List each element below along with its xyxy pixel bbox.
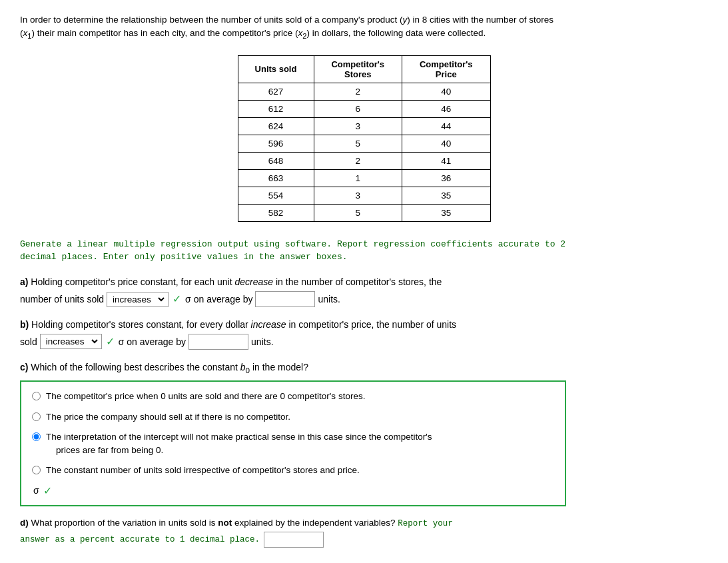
- radio-option-1: The competitor's price when 0 units are …: [32, 390, 554, 403]
- cell-stores: 3: [314, 117, 402, 135]
- cell-price: 35: [402, 204, 491, 221]
- radio-opt1-label[interactable]: The competitor's price when 0 units are …: [46, 390, 365, 403]
- part-c-options-box: The competitor's price when 0 units are …: [20, 380, 566, 506]
- intro-paragraph: In order to determine the relationship b…: [20, 13, 566, 42]
- data-table-container: Units sold Competitor'sStores Competitor…: [20, 55, 708, 222]
- part-c-check-icon: ✓: [43, 484, 52, 497]
- part-b-check-icon: ✓: [106, 333, 115, 350]
- cell-stores: 5: [314, 204, 402, 221]
- part-b-text1: Holding competitor's stores constant, fo…: [31, 319, 456, 330]
- table-row: 648 2 41: [238, 152, 490, 169]
- cell-stores: 2: [314, 152, 402, 169]
- part-d-monospace2: answer as a percent accurate to 1 decima…: [20, 533, 260, 546]
- cell-units: 596: [238, 135, 314, 152]
- part-d-value-input[interactable]: [264, 532, 324, 548]
- part-a-label: a): [20, 277, 31, 287]
- part-a-check-icon: ✓: [173, 290, 181, 308]
- part-a-on-avg: on average by: [194, 292, 253, 306]
- radio-option-4: The constant number of units sold irresp…: [32, 464, 554, 477]
- part-d-text1: What proportion of the variation in unit…: [31, 518, 398, 528]
- cell-units: 663: [238, 169, 314, 187]
- table-row: 582 5 35: [238, 204, 490, 221]
- data-table: Units sold Competitor'sStores Competitor…: [238, 55, 491, 222]
- cell-price: 46: [402, 100, 491, 117]
- cell-price: 36: [402, 169, 491, 187]
- part-b-text2: sold: [20, 334, 37, 349]
- radio-opt3[interactable]: [32, 432, 41, 441]
- part-c-sigma-check-row: σ ✓: [32, 484, 554, 497]
- part-b-dropdown[interactable]: increases decreases: [42, 335, 100, 348]
- cell-units: 648: [238, 152, 314, 169]
- part-a-row: number of units sold increases decreases…: [20, 290, 566, 308]
- col-price-header: Competitor'sPrice: [402, 55, 491, 83]
- radio-opt4[interactable]: [32, 466, 41, 474]
- part-c-label: c): [20, 362, 31, 372]
- cell-stores: 1: [314, 169, 402, 187]
- part-d-monospace1: Report your: [398, 519, 453, 528]
- part-a-value-input[interactable]: [255, 291, 315, 307]
- part-c-question-text: Which of the following best describes th…: [31, 362, 308, 372]
- cell-units: 627: [238, 83, 314, 100]
- part-c: c) Which of the following best describes…: [20, 360, 708, 506]
- cell-units: 624: [238, 117, 314, 135]
- cell-stores: 2: [314, 83, 402, 100]
- part-d: d) What proportion of the variation in u…: [20, 516, 566, 548]
- cell-price: 35: [402, 187, 491, 204]
- cell-price: 44: [402, 117, 491, 135]
- part-b-sigma-icon[interactable]: σ: [119, 334, 125, 349]
- cell-price: 40: [402, 135, 491, 152]
- part-b-dropdown-wrapper: increases decreases: [40, 334, 102, 349]
- part-b-value-input[interactable]: [188, 334, 248, 350]
- table-row: 612 6 46: [238, 100, 490, 117]
- part-a: a) Holding competitor's price constant, …: [20, 275, 566, 308]
- cell-units: 582: [238, 204, 314, 221]
- radio-opt2[interactable]: [32, 412, 41, 421]
- part-a-sigma-icon[interactable]: σ: [185, 292, 191, 306]
- instructions-text: Generate a linear multiple regression ou…: [20, 238, 566, 264]
- radio-opt2-label[interactable]: The price the company should sell at if …: [46, 410, 290, 424]
- part-b-row: sold increases decreases ✓ σ on average …: [20, 333, 566, 350]
- cell-stores: 3: [314, 187, 402, 204]
- radio-option-2: The price the company should sell at if …: [32, 410, 554, 424]
- part-b-label: b): [20, 319, 31, 330]
- radio-opt1[interactable]: [32, 392, 41, 400]
- part-a-dropdown-wrapper: increases decreases: [107, 292, 169, 307]
- table-row: 596 5 40: [238, 135, 490, 152]
- table-row: 624 3 44: [238, 117, 490, 135]
- cell-stores: 6: [314, 100, 402, 117]
- part-b-on-avg: on average by: [127, 334, 186, 349]
- part-d-label: d): [20, 518, 31, 528]
- cell-price: 40: [402, 83, 491, 100]
- part-c-question: c) Which of the following best describes…: [20, 360, 566, 376]
- cell-units: 554: [238, 187, 314, 204]
- col-stores-header: Competitor'sStores: [314, 55, 402, 83]
- part-b: b) Holding competitor's stores constant,…: [20, 317, 566, 350]
- table-row: 627 2 40: [238, 83, 490, 100]
- col-units-header: Units sold: [238, 55, 314, 83]
- cell-units: 612: [238, 100, 314, 117]
- part-a-units: units.: [318, 292, 340, 306]
- cell-stores: 5: [314, 135, 402, 152]
- radio-option-3: The interpretation of the intercept will…: [32, 430, 554, 458]
- radio-opt4-label[interactable]: The constant number of units sold irresp…: [46, 464, 360, 477]
- part-d-row: answer as a percent accurate to 1 decima…: [20, 532, 566, 548]
- part-a-text2: number of units sold: [20, 292, 104, 306]
- part-c-sigma-icon[interactable]: σ: [33, 485, 39, 496]
- part-a-dropdown[interactable]: increases decreases: [109, 293, 167, 306]
- table-row: 554 3 35: [238, 187, 490, 204]
- radio-opt3-label[interactable]: The interpretation of the intercept will…: [46, 430, 432, 458]
- part-a-text1: Holding competitor's price constant, for…: [31, 277, 442, 287]
- cell-price: 41: [402, 152, 491, 169]
- part-b-units: units.: [251, 334, 273, 349]
- table-row: 663 1 36: [238, 169, 490, 187]
